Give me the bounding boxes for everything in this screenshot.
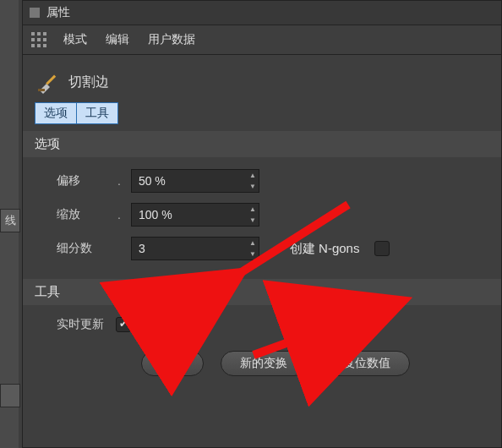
field-realtime: 实时更新	[57, 317, 484, 332]
svg-rect-4	[37, 38, 41, 41]
offset-label: 偏移	[57, 173, 111, 188]
panel-title: 属性	[46, 5, 70, 20]
ngons-checkbox[interactable]	[374, 241, 390, 256]
field-scale: 缩放 . 100 % ▲▼	[57, 203, 484, 227]
tab-strip: 选项 工具	[23, 102, 501, 131]
section-options: 偏移 . 50 % ▲▼ 缩放 . 100 % ▲▼ 细分数 . 3	[23, 157, 501, 279]
realtime-checkbox[interactable]	[116, 317, 131, 332]
chevron-up-icon[interactable]: ▲	[247, 238, 259, 249]
offset-value: 50 %	[132, 174, 247, 188]
chevron-down-icon[interactable]: ▼	[247, 215, 259, 226]
scale-value: 100 %	[132, 208, 247, 221]
subdiv-value: 3	[132, 242, 247, 255]
grid-icon[interactable]	[30, 30, 48, 49]
section-header-tool: 工具	[23, 279, 501, 305]
panel-icon	[30, 8, 40, 18]
section-tool: 实时更新 应用 新的变换 复位数值	[23, 305, 501, 385]
knife-tool-icon	[36, 70, 60, 94]
realtime-label: 实时更新	[57, 317, 104, 332]
svg-rect-6	[31, 44, 35, 47]
menu-mode[interactable]: 模式	[60, 30, 90, 49]
chevron-up-icon[interactable]: ▲	[247, 204, 259, 215]
svg-rect-10	[46, 75, 56, 85]
apply-button[interactable]: 应用	[141, 351, 204, 376]
menu-edit[interactable]: 编辑	[102, 30, 133, 49]
svg-rect-3	[31, 38, 35, 41]
tab-options[interactable]: 选项	[35, 102, 77, 124]
left-strip-button[interactable]: 线	[0, 209, 20, 232]
tool-header: 切割边	[23, 55, 501, 102]
left-strip-button[interactable]	[0, 384, 20, 407]
scale-label: 缩放	[57, 207, 111, 222]
menu-userdata[interactable]: 用户数据	[145, 30, 199, 49]
panel-menubar: 模式 编辑 用户数据	[23, 25, 501, 55]
svg-rect-8	[43, 44, 46, 47]
svg-rect-11	[38, 89, 45, 91]
separator-dot: .	[117, 174, 121, 188]
chevron-down-icon[interactable]: ▼	[247, 249, 259, 260]
scale-input[interactable]: 100 % ▲▼	[131, 203, 259, 227]
tool-name: 切割边	[68, 74, 109, 91]
subdiv-input[interactable]: 3 ▲▼	[131, 237, 259, 260]
button-row: 应用 新的变换 复位数值	[57, 342, 484, 376]
chevron-up-icon[interactable]: ▲	[247, 170, 259, 181]
svg-rect-5	[43, 38, 46, 41]
offset-input[interactable]: 50 % ▲▼	[131, 169, 259, 193]
separator-dot: .	[117, 208, 121, 221]
attributes-panel: 属性 模式 编辑 用户数据 切割边	[22, 0, 502, 448]
spinner-arrows[interactable]: ▲▼	[247, 238, 259, 260]
spinner-arrows[interactable]: ▲▼	[247, 170, 259, 192]
svg-rect-1	[37, 32, 41, 36]
ngons-label: 创建 N-gons	[290, 241, 360, 257]
reset-button[interactable]: 复位数值	[324, 351, 410, 376]
field-offset: 偏移 . 50 % ▲▼	[57, 169, 484, 193]
panel-titlebar: 属性	[23, 1, 501, 25]
spinner-arrows[interactable]: ▲▼	[247, 204, 259, 226]
new-transform-button[interactable]: 新的变换	[221, 351, 307, 376]
tab-tool[interactable]: 工具	[77, 102, 118, 124]
left-strip-label: 线	[5, 213, 16, 228]
chevron-down-icon[interactable]: ▼	[247, 181, 259, 192]
svg-rect-0	[31, 32, 35, 36]
svg-rect-7	[37, 44, 41, 47]
left-toolbar: 线	[0, 0, 19, 448]
field-subdivisions: 细分数 . 3 ▲▼ 创建 N-gons	[57, 237, 484, 260]
svg-rect-2	[43, 32, 46, 36]
subdiv-label: 细分数	[57, 241, 111, 256]
section-header-options: 选项	[23, 131, 501, 157]
